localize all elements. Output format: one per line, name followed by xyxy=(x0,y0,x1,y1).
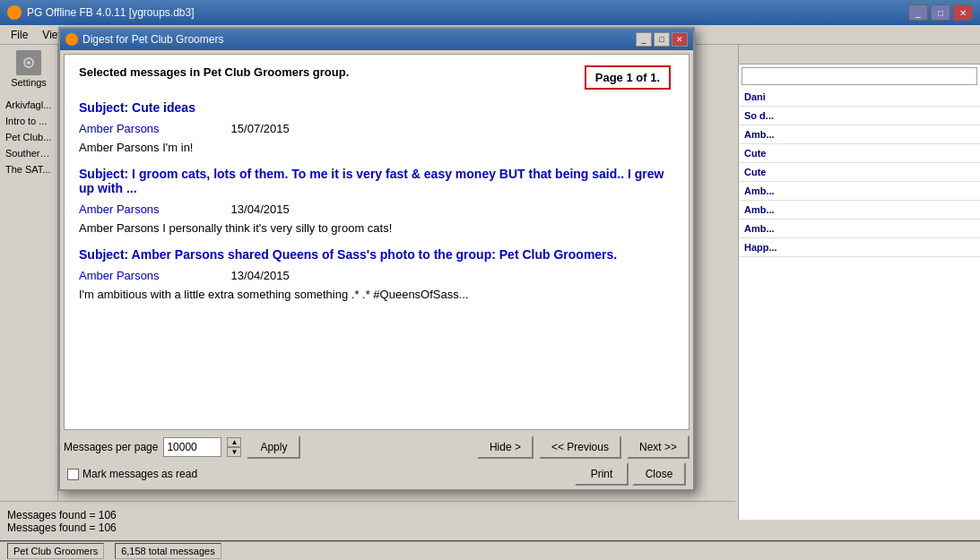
modal-content: Selected messages in Pet Club Groomers g… xyxy=(64,54,689,430)
modal-minimize-button[interactable]: _ xyxy=(636,32,652,47)
message-section-1: Subject: I groom cats, lots of them. To … xyxy=(79,167,671,235)
mark-read-label: Mark messages as read xyxy=(82,468,197,480)
author-link-0[interactable]: Amber Parsons xyxy=(79,122,160,135)
message-section-2: Subject: Amber Parsons shared Queens of … xyxy=(79,247,671,301)
message-section-0: Subject: Cute ideas Amber Parsons 15/07/… xyxy=(79,100,671,154)
modal-window-controls: _ □ ✕ xyxy=(636,32,688,47)
spin-buttons: ▲ ▼ xyxy=(227,437,241,457)
print-button[interactable]: Print xyxy=(575,462,629,486)
author-date-row-1: Amber Parsons 13/04/2015 xyxy=(79,202,671,216)
author-date-row-2: Amber Parsons 13/04/2015 xyxy=(79,269,671,282)
previous-button[interactable]: << Previous xyxy=(539,435,621,459)
main-window: PG Offline FB 4.0.11 [ygroups.db3] _ □ ✕… xyxy=(0,0,980,560)
selected-msg-text: Selected messages in Pet Club Groomers g… xyxy=(79,65,349,79)
digest-dialog: Digest for Pet Club Groomers _ □ ✕ Selec… xyxy=(58,27,695,491)
modal-close-button[interactable]: ✕ xyxy=(672,32,688,47)
author-link-1[interactable]: Amber Parsons xyxy=(79,202,160,216)
author-date-row-0: Amber Parsons 15/07/2015 xyxy=(79,122,671,135)
modal-overlay: Digest for Pet Club Groomers _ □ ✕ Selec… xyxy=(0,0,980,560)
page-indicator: Page 1 of 1. xyxy=(585,65,671,90)
msg-body-0: Amber Parsons I'm in! xyxy=(79,141,671,154)
msg-body-1: Amber Parsons I personally think it's ve… xyxy=(79,221,671,235)
apply-button[interactable]: Apply xyxy=(247,435,300,459)
subject-1: Subject: I groom cats, lots of them. To … xyxy=(79,167,671,195)
hide-button[interactable]: Hide > xyxy=(477,435,533,459)
author-link-2[interactable]: Amber Parsons xyxy=(79,269,160,282)
content-inner: Selected messages in Pet Club Groomers g… xyxy=(65,55,689,324)
page-header: Selected messages in Pet Club Groomers g… xyxy=(79,65,671,90)
modal-title: Digest for Pet Club Groomers xyxy=(82,33,631,46)
close-button[interactable]: Close xyxy=(632,462,686,486)
date-2: 13/04/2015 xyxy=(231,269,290,282)
bottom-controls-row: Messages per page ▲ ▼ Apply Hide > << Pr… xyxy=(64,435,689,459)
spin-down-button[interactable]: ▼ xyxy=(227,447,241,457)
next-button[interactable]: Next >> xyxy=(627,435,689,459)
date-0: 15/07/2015 xyxy=(231,122,290,135)
modal-maximize-button[interactable]: □ xyxy=(654,32,670,47)
mark-read-checkbox[interactable] xyxy=(67,469,79,480)
msg-body-2: I'm ambitious with a little extra someth… xyxy=(79,288,671,301)
subject-0: Subject: Cute ideas xyxy=(79,100,671,115)
date-1: 13/04/2015 xyxy=(231,202,290,216)
modal-icon xyxy=(65,33,78,46)
subject-2: Subject: Amber Parsons shared Queens of … xyxy=(79,247,671,262)
modal-bottom: Messages per page ▲ ▼ Apply Hide > << Pr… xyxy=(60,430,693,489)
spin-up-button[interactable]: ▲ xyxy=(227,437,241,447)
bottom-row2: Mark messages as read Print Close xyxy=(67,462,689,486)
msgs-per-page-input[interactable] xyxy=(163,437,221,457)
modal-titlebar: Digest for Pet Club Groomers _ □ ✕ xyxy=(60,29,693,50)
msgs-per-page-label: Messages per page xyxy=(64,441,158,453)
